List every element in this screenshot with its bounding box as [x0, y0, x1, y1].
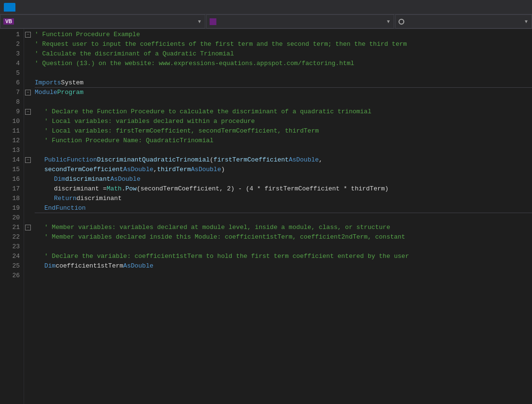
code-line [35, 146, 532, 155]
line-number: 14 [0, 155, 20, 165]
gutter-line [24, 203, 33, 213]
gutter-line [24, 184, 33, 194]
gutter-line: − [24, 30, 33, 40]
main-dropdown[interactable]: ▼ [395, 14, 532, 28]
gutter-line [24, 271, 33, 281]
main-chevron: ▼ [524, 19, 529, 24]
code-line: Dim coefficient1stTerm As Double [35, 261, 532, 271]
line-number: 5 [0, 68, 20, 78]
line-number: 24 [0, 252, 20, 261]
gutter-line [24, 136, 33, 146]
gutter-line [24, 49, 33, 59]
line-number: 8 [0, 97, 20, 107]
line-number: 9 [0, 107, 20, 117]
gutter-line: − [24, 155, 33, 165]
gutter-line: − [24, 223, 33, 232]
code-line: Return discriminant [35, 194, 532, 203]
gutter-line [24, 97, 33, 107]
code-line: ' Declare the Function Procedure to calc… [35, 107, 532, 117]
gutter-line [24, 242, 33, 252]
code-line: ' Function Procedure Example [35, 30, 532, 40]
line-numbers: 1234567891011121314151617181920212223242… [0, 29, 24, 404]
line-number: 12 [0, 136, 20, 146]
code-line: secondTermCoefficient As Double, thirdTe… [35, 165, 532, 175]
gutter-line [24, 261, 33, 271]
code-line [35, 271, 532, 281]
code-line: ' Function Procedure Name: QuadraticTrin… [35, 136, 532, 146]
gutter-line [24, 126, 33, 136]
line-number: 1 [0, 30, 20, 40]
vb-badge: VB [3, 18, 14, 25]
line-number: 6 [0, 78, 20, 88]
code-line: Imports System [35, 78, 532, 88]
code-line [35, 242, 532, 252]
program-chevron: ▼ [386, 19, 391, 24]
line-number: 13 [0, 146, 20, 155]
gutter-line [24, 175, 33, 184]
line-number: 15 [0, 165, 20, 175]
collapse-indicator[interactable]: − [25, 90, 31, 95]
purple-icon [210, 18, 216, 25]
procedures-chevron: ▼ [197, 19, 202, 24]
line-number: 4 [0, 59, 20, 68]
collapse-indicator[interactable]: − [25, 157, 31, 163]
gutter-line [24, 232, 33, 242]
line-number: 2 [0, 40, 20, 49]
code-line: ' Member variables: variables declared a… [35, 223, 532, 232]
code-line: ' Member variables declared inside this … [35, 232, 532, 242]
line-number: 26 [0, 271, 20, 281]
code-line: ' Calculate the discriminant of a Quadra… [35, 49, 532, 59]
code-line: Module Program [35, 88, 532, 97]
code-line: Dim discriminant As Double [35, 175, 532, 184]
line-number: 7 [0, 88, 20, 97]
gutter-line [24, 146, 33, 155]
collapse-indicator[interactable]: − [25, 109, 31, 115]
code-line: ' Request user to input the coefficients… [35, 40, 532, 49]
line-number: 10 [0, 117, 20, 126]
code-line [35, 68, 532, 78]
gutter-line [24, 40, 33, 49]
gutter-line [24, 213, 33, 223]
title-bar [0, 0, 532, 14]
code-line: ' Question (13.) on the website: www.exp… [35, 59, 532, 68]
code-line [35, 213, 532, 223]
gutter-line: − [24, 88, 33, 97]
gutter: −−−−− [24, 29, 33, 404]
code-line: Public Function DiscriminantQuadraticTri… [35, 155, 532, 165]
code-line [35, 97, 532, 107]
line-number: 23 [0, 242, 20, 252]
editor: 1234567891011121314151617181920212223242… [0, 29, 532, 404]
code-line: ' Declare the variable: coefficient1stTe… [35, 252, 532, 261]
gutter-line [24, 68, 33, 78]
procedures-dropdown[interactable]: VB ▼ [0, 14, 205, 28]
line-number: 16 [0, 175, 20, 184]
gutter-line [24, 59, 33, 68]
gutter-line [24, 252, 33, 261]
line-number: 19 [0, 203, 20, 213]
main-icon [399, 19, 404, 25]
line-number: 18 [0, 194, 20, 203]
program-dropdown[interactable]: ▼ [206, 14, 394, 28]
code-line: discriminant = Math.Pow(secondTermCoeffi… [35, 184, 532, 194]
line-number: 25 [0, 261, 20, 271]
gutter-line [24, 194, 33, 203]
code-line: ' Local variables: firstTermCoefficient,… [35, 126, 532, 136]
gutter-line [24, 165, 33, 175]
line-number: 21 [0, 223, 20, 232]
toolbar: VB ▼ ▼ ▼ [0, 14, 532, 29]
code-content[interactable]: ' Function Procedure Example ' Request u… [33, 29, 532, 404]
code-line: End Function [35, 203, 532, 213]
file-tab[interactable] [4, 3, 15, 12]
line-number: 20 [0, 213, 20, 223]
line-number: 3 [0, 49, 20, 59]
collapse-indicator[interactable]: − [25, 32, 31, 38]
gutter-line [24, 117, 33, 126]
code-line: ' Local variables: variables declared wi… [35, 117, 532, 126]
gutter-line: − [24, 107, 33, 117]
line-number: 22 [0, 232, 20, 242]
gutter-line [24, 78, 33, 88]
collapse-indicator[interactable]: − [25, 225, 31, 230]
line-number: 11 [0, 126, 20, 136]
line-number: 17 [0, 184, 20, 194]
